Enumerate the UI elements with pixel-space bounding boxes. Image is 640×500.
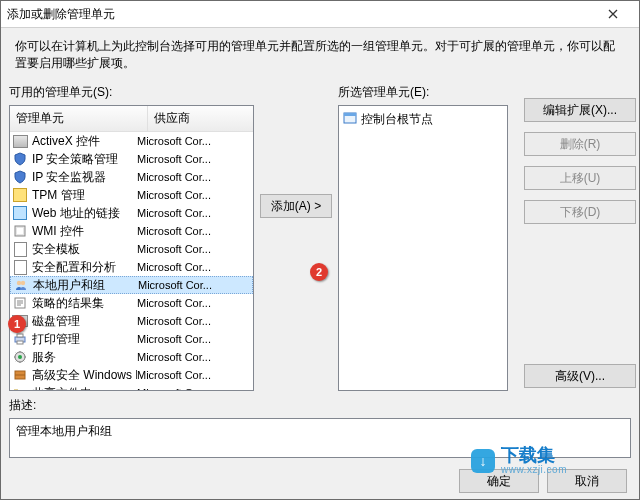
tree-root-label: 控制台根节点 xyxy=(361,111,433,128)
available-columns-header[interactable]: 管理单元 供应商 xyxy=(10,106,253,132)
item-vendor: Microsoft Cor... xyxy=(137,153,251,165)
item-vendor: Microsoft Cor... xyxy=(138,279,250,291)
svg-rect-12 xyxy=(344,113,356,116)
advanced-button[interactable]: 高级(V)... xyxy=(524,364,636,388)
svg-point-9 xyxy=(18,355,22,359)
item-name: 服务 xyxy=(32,349,137,366)
list-item[interactable]: 高级安全 Windows De...Microsoft Cor... xyxy=(10,366,253,384)
activex-icon xyxy=(12,133,28,149)
remove-button: 删除(R) xyxy=(524,132,636,156)
item-vendor: Microsoft Cor... xyxy=(137,135,251,147)
col-vendor[interactable]: 供应商 xyxy=(148,106,253,131)
item-name: ActiveX 控件 xyxy=(32,133,137,150)
list-item[interactable]: WMI 控件Microsoft Cor... xyxy=(10,222,253,240)
item-name: 安全模板 xyxy=(32,241,137,258)
snapin-dialog: 添加或删除管理单元 你可以在计算机上为此控制台选择可用的管理单元并配置所选的一组… xyxy=(0,0,640,500)
list-item[interactable]: 打印管理Microsoft Cor... xyxy=(10,330,253,348)
selected-tree[interactable]: 控制台根节点 xyxy=(338,105,508,391)
item-vendor: Microsoft Cor... xyxy=(137,171,251,183)
watermark-name: 下载集 xyxy=(501,446,567,464)
item-name: IP 安全策略管理 xyxy=(32,151,137,168)
item-name: 共享文件夹 xyxy=(32,385,137,392)
list-item[interactable]: 安全模板Microsoft Cor... xyxy=(10,240,253,258)
item-name: 安全配置和分析 xyxy=(32,259,137,276)
available-column: 可用的管理单元(S): 管理单元 供应商 ActiveX 控件Microsoft… xyxy=(9,84,254,391)
move-down-button: 下移(D) xyxy=(524,200,636,224)
item-vendor: Microsoft Cor... xyxy=(137,387,251,391)
close-icon xyxy=(608,9,618,19)
users-icon xyxy=(13,277,29,293)
list-item[interactable]: 服务Microsoft Cor... xyxy=(10,348,253,366)
list-item[interactable]: Web 地址的链接Microsoft Cor... xyxy=(10,204,253,222)
list-item[interactable]: 本地用户和组Microsoft Cor... xyxy=(10,276,253,294)
watermark-icon: ↓ xyxy=(471,449,495,473)
list-item[interactable]: 安全配置和分析Microsoft Cor... xyxy=(10,258,253,276)
web-icon xyxy=(12,205,28,221)
printer-icon xyxy=(12,331,28,347)
item-vendor: Microsoft Cor... xyxy=(137,297,251,309)
available-list-body[interactable]: ActiveX 控件Microsoft Cor...IP 安全策略管理Micro… xyxy=(10,132,253,391)
item-name: 打印管理 xyxy=(32,331,137,348)
watermark-url: www.xzji.com xyxy=(501,464,567,475)
svg-rect-1 xyxy=(17,228,23,234)
item-vendor: Microsoft Cor... xyxy=(137,351,251,363)
item-vendor: Microsoft Cor... xyxy=(137,333,251,345)
item-name: TPM 管理 xyxy=(32,187,137,204)
list-item[interactable]: 共享文件夹Microsoft Cor... xyxy=(10,384,253,391)
wmi-icon xyxy=(12,223,28,239)
list-item[interactable]: IP 安全监视器Microsoft Cor... xyxy=(10,168,253,186)
list-item[interactable]: TPM 管理Microsoft Cor... xyxy=(10,186,253,204)
move-up-button: 上移(U) xyxy=(524,166,636,190)
watermark: ↓ 下载集 www.xzji.com xyxy=(471,446,567,475)
svg-rect-6 xyxy=(17,334,23,337)
item-vendor: Microsoft Cor... xyxy=(137,261,251,273)
policy-icon xyxy=(12,295,28,311)
list-item[interactable]: 磁盘管理Microsoft Cor... xyxy=(10,312,253,330)
middle-column: 添加(A) > xyxy=(260,84,332,218)
add-button[interactable]: 添加(A) > xyxy=(260,194,332,218)
def-icon xyxy=(12,367,28,383)
main-content: 可用的管理单元(S): 管理单元 供应商 ActiveX 控件Microsoft… xyxy=(1,76,639,391)
services-icon xyxy=(12,349,28,365)
selected-column: 所选管理单元(E): 控制台根节点 xyxy=(338,84,508,391)
item-vendor: Microsoft Cor... xyxy=(137,225,251,237)
item-vendor: Microsoft Cor... xyxy=(137,369,251,381)
edit-extensions-button[interactable]: 编辑扩展(X)... xyxy=(524,98,636,122)
actions-column: 编辑扩展(X)... 删除(R) 上移(U) 下移(D) 高级(V)... xyxy=(514,84,640,388)
item-vendor: Microsoft Cor... xyxy=(137,243,251,255)
svg-rect-7 xyxy=(17,341,23,344)
tpm-icon xyxy=(12,187,28,203)
available-label: 可用的管理单元(S): xyxy=(9,84,254,101)
analysis-icon xyxy=(12,259,28,275)
intro-text: 你可以在计算机上为此控制台选择可用的管理单元并配置所选的一组管理单元。对于可扩展… xyxy=(1,28,639,76)
selected-label: 所选管理单元(E): xyxy=(338,84,508,101)
title-bar[interactable]: 添加或删除管理单元 xyxy=(1,1,639,28)
item-name: IP 安全监视器 xyxy=(32,169,137,186)
list-item[interactable]: ActiveX 控件Microsoft Cor... xyxy=(10,132,253,150)
item-name: 策略的结果集 xyxy=(32,295,137,312)
available-list[interactable]: 管理单元 供应商 ActiveX 控件Microsoft Cor...IP 安全… xyxy=(9,105,254,391)
svg-point-2 xyxy=(17,281,21,285)
item-name: 本地用户和组 xyxy=(33,277,138,294)
item-vendor: Microsoft Cor... xyxy=(137,189,251,201)
tree-root-item[interactable]: 控制台根节点 xyxy=(343,110,503,128)
tmpl-icon xyxy=(12,241,28,257)
item-name: WMI 控件 xyxy=(32,223,137,240)
console-root-icon xyxy=(343,111,357,128)
annotation-badge-1: 1 xyxy=(8,315,26,333)
bottom-bar: ↓ 下载集 www.xzji.com 确定 取消 xyxy=(13,469,627,493)
list-item[interactable]: IP 安全策略管理Microsoft Cor... xyxy=(10,150,253,168)
close-button[interactable] xyxy=(593,4,633,24)
col-snapin[interactable]: 管理单元 xyxy=(10,106,148,131)
item-vendor: Microsoft Cor... xyxy=(137,315,251,327)
description-label: 描述: xyxy=(9,397,631,414)
item-name: 高级安全 Windows De... xyxy=(32,367,137,384)
item-name: Web 地址的链接 xyxy=(32,205,137,222)
list-item[interactable]: 策略的结果集Microsoft Cor... xyxy=(10,294,253,312)
item-vendor: Microsoft Cor... xyxy=(137,207,251,219)
svg-point-3 xyxy=(21,281,25,285)
dialog-title: 添加或删除管理单元 xyxy=(7,6,115,23)
folder-icon xyxy=(12,385,28,391)
item-name: 磁盘管理 xyxy=(32,313,137,330)
annotation-badge-2: 2 xyxy=(310,263,328,281)
